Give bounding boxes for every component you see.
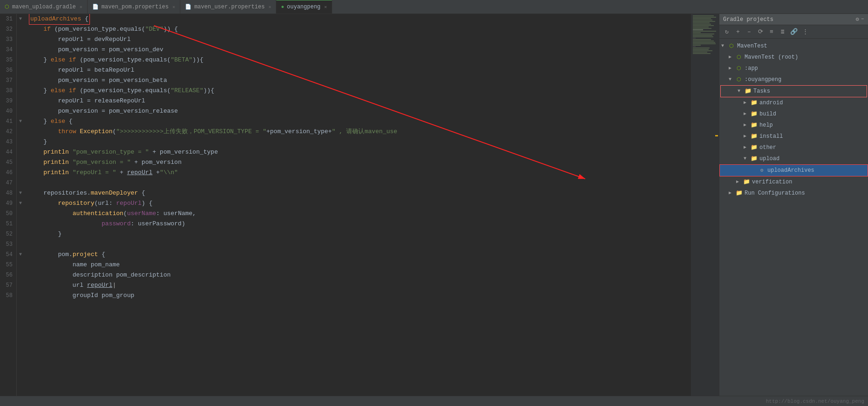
tree-item-maventest[interactable]: ▼ ⬡ MavenTest xyxy=(719,41,868,52)
tree-item-maventest-root[interactable]: ▶ ⬡ MavenTest (root) xyxy=(719,52,868,63)
tree-item-build[interactable]: ▶ 📁 build xyxy=(719,108,868,120)
minimap xyxy=(691,14,719,396)
fold-41[interactable]: ▼ xyxy=(17,116,24,127)
tree-item-upload[interactable]: ▼ 📁 upload xyxy=(719,153,868,164)
tree-label: help xyxy=(759,121,773,130)
tree-item-uploadarchives[interactable]: ⚙ uploadArchives xyxy=(719,164,868,176)
code-line-50: authentication(userName: userName, xyxy=(29,209,691,219)
tree-label: install xyxy=(759,132,783,141)
code-line-36: repoUrl = betaRepoUrl xyxy=(29,65,691,75)
expand-all-btn[interactable]: ≡ xyxy=(767,27,776,36)
tab-label: maven_user.properties xyxy=(194,4,265,10)
code-line-41: } else { xyxy=(29,116,691,127)
chevron-right-icon: ▶ xyxy=(729,53,735,62)
status-bar: http://blog.csdn.net/ouyang_peng xyxy=(0,396,868,406)
tree-item-app[interactable]: ▶ ⬡ :app xyxy=(719,63,868,74)
gradle-tree: ▼ ⬡ MavenTest ▶ ⬡ MavenTest (root) ▶ ⬡ :… xyxy=(719,39,868,396)
tree-label: MavenTest xyxy=(737,41,767,51)
gradle-module-icon: ⬡ xyxy=(735,54,743,61)
fold-48[interactable]: ▼ xyxy=(17,188,24,198)
tree-label: other xyxy=(759,143,776,152)
code-line-52: } xyxy=(29,229,691,239)
remove-btn[interactable]: – xyxy=(745,27,754,36)
code-line-46: println "repoUrl = " + repoUrl +"\\n" xyxy=(29,168,691,178)
tree-item-verification[interactable]: ▶ 📁 verification xyxy=(719,176,868,188)
main-layout: 31 32 33 34 35 36 37 38 39 40 41 42 43 4… xyxy=(0,14,868,396)
code-line-45: println "pom_version = " + pom_version xyxy=(29,157,691,168)
code-line-58: groupId pom_group xyxy=(29,291,691,301)
chevron-right-icon: ▶ xyxy=(729,64,735,73)
chevron-right-icon: ▶ xyxy=(744,132,750,141)
gradle-module-icon: ⬡ xyxy=(735,76,743,83)
code-line-47 xyxy=(29,178,691,188)
reconnect-btn[interactable]: ⟳ xyxy=(756,27,765,36)
tab-close-icon[interactable]: ✕ xyxy=(268,4,271,10)
tree-item-ouyangpeng[interactable]: ▼ ⬡ :ouyangpeng xyxy=(719,74,868,85)
code-line-54: pom.project { xyxy=(29,250,691,260)
tree-item-run-configs[interactable]: ▶ 📁 Run Configurations xyxy=(719,188,868,199)
folder-icon: 📁 xyxy=(750,133,758,140)
tree-label: android xyxy=(759,98,783,108)
tree-item-install[interactable]: ▶ 📁 install xyxy=(719,131,868,142)
more-btn[interactable]: ⋮ xyxy=(800,27,810,36)
chevron-down-icon: ▼ xyxy=(721,41,728,51)
tab-close-icon[interactable]: ✕ xyxy=(324,4,327,10)
gradle-toolbar: ↻ + – ⟳ ≡ ≣ 🔗 ⋮ xyxy=(719,25,868,39)
code-line-37: pom_version = pom_version_beta xyxy=(29,75,691,86)
line-numbers: 31 32 33 34 35 36 37 38 39 40 41 42 43 4… xyxy=(0,14,17,396)
gradle-module-icon: ⬡ xyxy=(728,42,735,50)
fold-49[interactable]: ▼ xyxy=(17,198,24,209)
fold-54[interactable]: ▼ xyxy=(17,250,24,260)
code-line-56: description pom_description xyxy=(29,270,691,280)
status-url: http://blog.csdn.net/ouyang_peng xyxy=(766,399,864,404)
code-line-32: if (pom_version_type.equals("DEV")) { xyxy=(29,24,691,34)
tab-close-icon[interactable]: ✕ xyxy=(80,4,82,10)
tree-label: verification xyxy=(752,177,792,187)
tab-label: ouyangpeng xyxy=(287,4,321,10)
tree-item-other[interactable]: ▶ 📁 other xyxy=(719,142,868,153)
chevron-right-icon: ▶ xyxy=(744,98,750,108)
code-line-35: } else if (pom_version_type.equals("BETA… xyxy=(29,55,691,65)
chevron-right-icon: ▶ xyxy=(736,177,743,187)
tree-label: uploadArchives xyxy=(767,166,814,175)
code-line-33: repoUrl = devRepoUrl xyxy=(29,34,691,45)
tree-item-android[interactable]: ▶ 📁 android xyxy=(719,97,868,108)
tree-item-help[interactable]: ▶ 📁 help xyxy=(719,120,868,131)
tab-maven-upload[interactable]: ⬡ maven_upload.gradle ✕ xyxy=(0,0,88,14)
props-icon: 📄 xyxy=(92,4,99,10)
tree-label: MavenTest (root) xyxy=(745,53,798,62)
tree-label: Tasks xyxy=(753,87,770,96)
code-line-48: repositories.mavenDeployer { xyxy=(29,188,691,198)
code-line-49: repository(url: repoUrl) { xyxy=(29,198,691,209)
tab-maven-user[interactable]: 📄 maven_user.properties ✕ xyxy=(180,0,276,14)
tree-label: build xyxy=(759,109,776,119)
tab-close-icon[interactable]: ✕ xyxy=(172,4,175,10)
add-btn[interactable]: + xyxy=(733,27,743,36)
folder-icon: 📁 xyxy=(744,88,752,95)
refresh-btn[interactable]: ↻ xyxy=(722,27,731,36)
code-line-44: println "pom_version_type = " + pom_vers… xyxy=(29,147,691,157)
chevron-down-icon: ▼ xyxy=(729,75,735,84)
code-line-34: pom_version = pom_version_dev xyxy=(29,45,691,55)
folder-icon: 📁 xyxy=(735,189,743,197)
code-line-38: } else if (pom_version_type.equals("RELE… xyxy=(29,86,691,96)
chevron-down-icon: ▼ xyxy=(744,154,750,163)
chevron-right-icon: ▶ xyxy=(744,109,750,119)
gradle-header-actions: ⚙ – xyxy=(856,16,864,23)
minimize-icon[interactable]: – xyxy=(861,16,864,23)
fold-31[interactable]: ▼ xyxy=(17,14,24,24)
folder-icon: 📁 xyxy=(750,155,758,162)
link-btn[interactable]: 🔗 xyxy=(789,27,799,36)
groovy-icon: ● xyxy=(281,4,284,10)
tree-item-tasks[interactable]: ▼ 📁 Tasks xyxy=(720,85,867,97)
tab-label: maven_pom.properties xyxy=(102,4,169,10)
props-icon: 📄 xyxy=(185,4,191,10)
code-content[interactable]: uploadArchives { if (pom_version_type.eq… xyxy=(24,14,691,396)
settings-icon[interactable]: ⚙ xyxy=(856,16,859,23)
chevron-right-icon: ▶ xyxy=(744,143,750,152)
tab-maven-pom[interactable]: 📄 maven_pom.properties ✕ xyxy=(88,0,180,14)
collapse-all-btn[interactable]: ≣ xyxy=(778,27,787,36)
tab-ouyangpeng[interactable]: ● ouyangpeng ✕ xyxy=(276,0,332,14)
code-line-57: url repoUrl| xyxy=(29,280,691,291)
folder-icon: 📁 xyxy=(743,178,750,186)
